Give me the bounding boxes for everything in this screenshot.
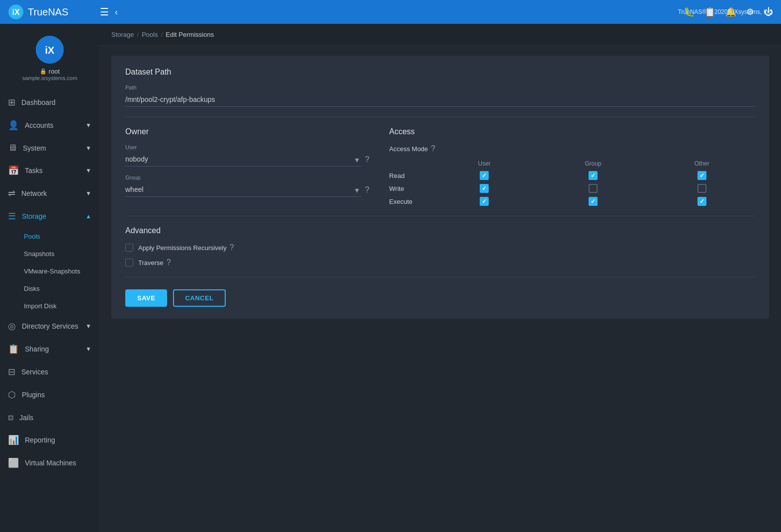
sidebar-item-directory-services[interactable]: ◎ Directory Services ▼ [0, 315, 99, 338]
traverse-checkbox[interactable] [125, 259, 133, 266]
app-body: iX 🔒 root sample.ixsystems.com ⊞ Dashboa… [0, 24, 781, 532]
access-mode-label: Access Mode ? [389, 144, 755, 153]
sidebar-item-system[interactable]: 🖥 System ▼ [0, 137, 99, 159]
group-help-icon[interactable]: ? [365, 185, 369, 194]
read-user-cell [431, 171, 538, 180]
write-group-checkbox[interactable] [589, 184, 598, 193]
sidebar: iX 🔒 root sample.ixsystems.com ⊞ Dashboa… [0, 24, 99, 532]
apply-permissions-checkbox[interactable] [125, 244, 133, 252]
sidebar-item-tasks[interactable]: 📅 Tasks ▼ [0, 159, 99, 182]
breadcrumb: Storage / Pools / Edit Permissions [99, 24, 781, 46]
apply-permissions-row: Apply Permissions Recursively ? [125, 243, 755, 252]
group-label: Group [125, 175, 369, 180]
cancel-button[interactable]: CANCEL [173, 289, 225, 307]
access-mode-help-icon[interactable]: ? [431, 144, 435, 153]
sidebar-item-label: Accounts [25, 121, 54, 129]
sidebar-item-plugins[interactable]: ⬡ Plugins [0, 383, 99, 406]
main-content: Storage / Pools / Edit Permissions Datas… [99, 24, 781, 532]
read-other-cell [648, 171, 755, 180]
advanced-section: Advanced Apply Permissions Recursively ?… [125, 226, 755, 267]
sidebar-item-label: Storage [22, 212, 46, 220]
sidebar-domain: sample.ixsystems.com [22, 75, 78, 81]
write-other-checkbox[interactable] [697, 184, 706, 193]
sidebar-item-sharing[interactable]: 📋 Sharing ▼ [0, 338, 99, 360]
dashboard-icon: ⊞ [8, 97, 15, 108]
system-icon: 🖥 [8, 143, 17, 153]
access-section: Access Access Mode ? User Group Other Re… [389, 127, 755, 206]
action-row: SAVE CANCEL [125, 289, 755, 307]
apply-permissions-help-icon[interactable]: ? [230, 243, 234, 252]
group-select-wrapper: wheel root ▾ [125, 182, 361, 197]
traverse-row: Traverse ? [125, 258, 755, 267]
lock-icon: 🔒 [40, 68, 47, 75]
execute-other-checkbox[interactable] [697, 197, 706, 206]
breadcrumb-pools[interactable]: Pools [142, 31, 158, 38]
owner-section: Owner User nobody root ▾ [125, 127, 369, 206]
back-button[interactable]: ‹ [115, 7, 118, 17]
path-label: Path [125, 85, 755, 90]
col-user-header: User [431, 160, 538, 167]
read-user-checkbox[interactable] [480, 171, 489, 180]
chevron-down-icon: ▼ [86, 145, 91, 152]
sidebar-item-reporting[interactable]: 📊 Reporting [0, 429, 99, 451]
sidebar-sub-snapshots[interactable]: Snapshots [0, 245, 99, 263]
owner-title: Owner [125, 127, 369, 136]
sidebar-item-virtual-machines[interactable]: ⬜ Virtual Machines [0, 451, 99, 474]
brand-logo: iX TrueNAS [8, 4, 100, 20]
execute-user-cell [431, 197, 538, 206]
write-label: Write [389, 185, 429, 192]
sidebar-item-label: Virtual Machines [25, 459, 76, 467]
execute-label: Execute [389, 198, 429, 205]
group-select[interactable]: wheel root [125, 182, 361, 197]
sidebar-item-label: Directory Services [22, 322, 79, 330]
traverse-help-icon[interactable]: ? [167, 258, 171, 267]
network-icon: ⇌ [8, 188, 15, 199]
path-value: /mnt/pool2-crypt/afp-backups [125, 92, 755, 107]
edit-permissions-form: Dataset Path Path /mnt/pool2-crypt/afp-b… [111, 56, 769, 319]
hamburger-button[interactable]: ☰ [100, 6, 109, 18]
execute-user-checkbox[interactable] [480, 197, 489, 206]
brand-name: TrueNAS [28, 6, 69, 18]
sidebar-item-label: Tasks [25, 167, 43, 175]
sidebar-sub-pools[interactable]: Pools [0, 228, 99, 245]
divider-2 [125, 216, 755, 216]
directory-services-icon: ◎ [8, 321, 16, 332]
col-group-header: Group [540, 160, 647, 167]
sidebar-item-storage[interactable]: ☰ Storage ▲ [0, 205, 99, 228]
avatar-logo: iX [36, 36, 64, 64]
sharing-icon: 📋 [8, 344, 19, 355]
user-select[interactable]: nobody root [125, 152, 361, 167]
execute-other-cell [648, 197, 755, 206]
read-other-checkbox[interactable] [697, 171, 706, 180]
user-help-icon[interactable]: ? [365, 155, 369, 164]
chevron-down-icon: ▼ [86, 190, 91, 197]
sidebar-item-label: Jails [19, 414, 33, 422]
sidebar-item-accounts[interactable]: 👤 Accounts ▼ [0, 114, 99, 137]
sidebar-sub-disks[interactable]: Disks [0, 280, 99, 297]
sidebar-sub-vmware-snapshots[interactable]: VMware-Snapshots [0, 263, 99, 280]
sidebar-item-label: Plugins [22, 391, 45, 399]
sidebar-item-jails[interactable]: ⧈ Jails [0, 406, 99, 429]
write-user-checkbox[interactable] [480, 184, 489, 193]
sidebar-item-label: Reporting [25, 436, 55, 444]
breadcrumb-storage[interactable]: Storage [111, 31, 134, 38]
sidebar-item-services[interactable]: ⊟ Services [0, 360, 99, 383]
user-select-wrapper: nobody root ▾ [125, 152, 361, 167]
traverse-label: Traverse ? [138, 258, 171, 267]
apply-permissions-label: Apply Permissions Recursively ? [138, 243, 234, 252]
advanced-title: Advanced [125, 226, 755, 235]
sidebar-item-label: Sharing [25, 345, 49, 353]
save-button[interactable]: SAVE [125, 289, 167, 307]
read-group-checkbox[interactable] [589, 171, 598, 180]
sidebar-sub-import-disk[interactable]: Import Disk [0, 297, 99, 315]
sidebar-item-network[interactable]: ⇌ Network ▼ [0, 182, 99, 205]
reporting-icon: 📊 [8, 435, 19, 445]
sidebar-item-dashboard[interactable]: ⊞ Dashboard [0, 91, 99, 114]
chevron-down-icon: ▼ [86, 167, 91, 174]
copyright-text: TrueNAS® © 2020 - iXsystems, Inc. [678, 8, 773, 15]
execute-group-checkbox[interactable] [589, 197, 598, 206]
dataset-path-title: Dataset Path [125, 68, 755, 77]
sidebar-item-label: Network [21, 189, 47, 197]
breadcrumb-current: Edit Permissions [166, 31, 214, 38]
breadcrumb-sep-2: / [161, 31, 163, 38]
